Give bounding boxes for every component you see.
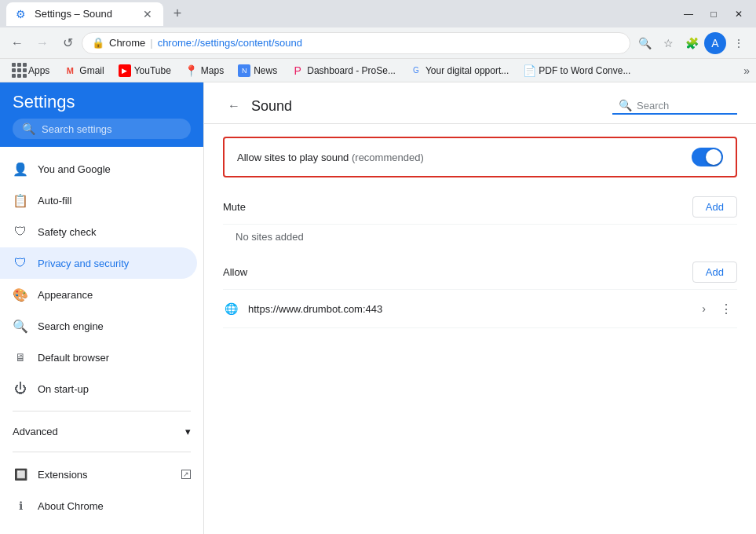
account-icon[interactable]: A [704, 32, 726, 54]
sidebar-item-safety-check[interactable]: 🛡 Safety check [0, 216, 197, 247]
sidebar-search-input[interactable] [42, 123, 181, 135]
search-engine-icon: 🔍 [13, 318, 28, 334]
gmail-label: Gmail [79, 65, 104, 76]
prose-label: Dashboard - ProSe... [307, 65, 396, 76]
default-browser-icon: 🖥 [13, 349, 28, 365]
tab-close-button[interactable]: ✕ [141, 8, 154, 20]
allow-sound-toggle-row: Allow sites to play sound (recommended) [223, 137, 737, 177]
sidebar-item-about[interactable]: ℹ About Chrome [0, 490, 203, 521]
main-layout: Settings 🔍 👤 You and Google 📋 Auto-fill … [0, 82, 756, 534]
allow-section: Allow Add 🌐 https://www.drumbot.com:443 … [223, 255, 737, 328]
youtube-label: YouTube [134, 65, 171, 76]
site-url: https://www.drumbot.com:443 [248, 303, 692, 315]
addressbar: ← → ↺ 🔒 Chrome | chrome://settings/conte… [0, 27, 756, 59]
privacy-icon: 🛡 [13, 255, 28, 271]
default-browser-label: Default browser [38, 352, 184, 364]
allow-add-button[interactable]: Add [692, 262, 737, 283]
site-globe-icon: 🌐 [223, 301, 239, 316]
menu-icon[interactable]: ⋮ [728, 32, 750, 54]
sidebar-item-autofill[interactable]: 📋 Auto-fill [0, 185, 197, 216]
new-tab-button[interactable]: + [166, 3, 188, 25]
safety-icon: 🛡 [13, 224, 28, 240]
sidebar-item-startup[interactable]: ⏻ On start-up [0, 373, 197, 404]
url-path: chrome://settings/content/sound [158, 37, 302, 49]
bookmark-news[interactable]: N News [232, 63, 283, 79]
bookmark-prose[interactable]: P Dashboard - ProSe... [285, 63, 402, 79]
apps-label: Apps [28, 65, 49, 76]
site-more-button[interactable]: ⋮ [715, 298, 737, 320]
maximize-button[interactable]: □ [703, 3, 725, 25]
reload-button[interactable]: ↺ [57, 32, 79, 54]
mute-section-row: Mute Add [223, 190, 737, 225]
url-favicon: 🔒 [92, 37, 104, 49]
allow-sound-label: Allow sites to play sound (recommended) [237, 152, 424, 163]
bookmark-maps[interactable]: 📍 Maps [179, 63, 230, 79]
mute-label: Mute [223, 201, 246, 213]
sidebar-item-you-google[interactable]: 👤 You and Google [0, 153, 197, 185]
news-icon: N [238, 64, 250, 77]
appearance-icon: 🎨 [13, 287, 28, 302]
sound-content: Allow sites to play sound (recommended) … [204, 124, 756, 341]
you-google-label: You and Google [38, 163, 184, 175]
content-search-icon: 🔍 [619, 99, 632, 112]
autofill-icon: 📋 [13, 192, 28, 208]
url-separator: | [150, 37, 152, 49]
sidebar-item-appearance[interactable]: 🎨 Appearance [0, 279, 197, 310]
bookmarks-bar: Apps M Gmail ▶ YouTube 📍 Maps N News P D… [0, 59, 756, 82]
external-link-icon: ↗ [181, 470, 191, 479]
sidebar-item-privacy[interactable]: 🛡 Privacy and security [0, 247, 197, 279]
content-search-input[interactable] [637, 100, 731, 112]
allow-sound-toggle[interactable] [692, 148, 723, 166]
apps-grid-icon [13, 64, 25, 77]
titlebar: ⚙ Settings – Sound ✕ + — □ ✕ [0, 0, 756, 27]
content-area: ← Sound 🔍 Allow sites to play sound (rec… [204, 82, 756, 534]
sidebar-search-box[interactable]: 🔍 [13, 119, 191, 139]
appearance-label: Appearance [38, 289, 184, 301]
back-button[interactable]: ← [6, 32, 28, 54]
nav-divider [13, 411, 191, 411]
pdf-icon: 📄 [523, 64, 535, 77]
bookmark-apps[interactable]: Apps [6, 63, 56, 79]
tab-title: Settings – Sound [35, 8, 135, 20]
extensions-icon[interactable]: 🧩 [681, 32, 703, 54]
sidebar-item-advanced[interactable]: Advanced ▾ [0, 418, 203, 445]
sidebar-search-icon: 🔍 [22, 123, 35, 135]
bookmark-google[interactable]: G Your digital opport... [404, 63, 515, 79]
sidebar-header-area: Settings 🔍 [0, 82, 203, 147]
sidebar-nav: 👤 You and Google 📋 Auto-fill 🛡 Safety ch… [0, 147, 203, 534]
you-google-icon: 👤 [13, 161, 28, 177]
close-button[interactable]: ✕ [728, 3, 750, 25]
bookmark-youtube[interactable]: ▶ YouTube [112, 63, 177, 79]
search-icon[interactable]: 🔍 [634, 32, 656, 54]
site-chevron-icon[interactable]: › [702, 302, 706, 315]
google-icon: G [410, 64, 422, 77]
allowed-site-row: 🌐 https://www.drumbot.com:443 › ⋮ [223, 290, 737, 328]
bookmark-icon[interactable]: ☆ [657, 32, 679, 54]
tab-favicon: ⚙ [16, 8, 28, 20]
bookmark-pdf[interactable]: 📄 PDF to Word Conve... [517, 63, 637, 79]
safety-label: Safety check [38, 226, 184, 238]
autofill-label: Auto-fill [38, 195, 184, 207]
avatar: A [704, 32, 726, 54]
bookmarks-more-button[interactable]: » [743, 64, 750, 77]
pdf-label: PDF to Word Conve... [539, 65, 630, 76]
forward-button[interactable]: → [31, 32, 53, 54]
minimize-button[interactable]: — [677, 3, 699, 25]
extensions-label: Extensions [38, 469, 172, 481]
sidebar-item-search-engine[interactable]: 🔍 Search engine [0, 310, 197, 342]
sidebar-item-extensions[interactable]: 🔲 Extensions ↗ [0, 459, 203, 490]
sidebar-item-default-browser[interactable]: 🖥 Default browser [0, 342, 197, 373]
bookmark-gmail[interactable]: M Gmail [57, 63, 110, 79]
content-back-button[interactable]: ← [223, 95, 245, 117]
sidebar: Settings 🔍 👤 You and Google 📋 Auto-fill … [0, 82, 204, 534]
content-search-box[interactable]: 🔍 [612, 97, 737, 115]
url-bar[interactable]: 🔒 Chrome | chrome://settings/content/sou… [82, 32, 630, 54]
mute-add-button[interactable]: Add [692, 196, 737, 218]
startup-icon: ⏻ [13, 381, 28, 397]
startup-label: On start-up [38, 383, 184, 395]
recommended-text: (recommended) [352, 152, 424, 163]
active-tab: ⚙ Settings – Sound ✕ [6, 2, 163, 26]
about-label: About Chrome [38, 500, 191, 512]
youtube-icon: ▶ [119, 64, 131, 77]
content-title: Sound [251, 98, 292, 115]
